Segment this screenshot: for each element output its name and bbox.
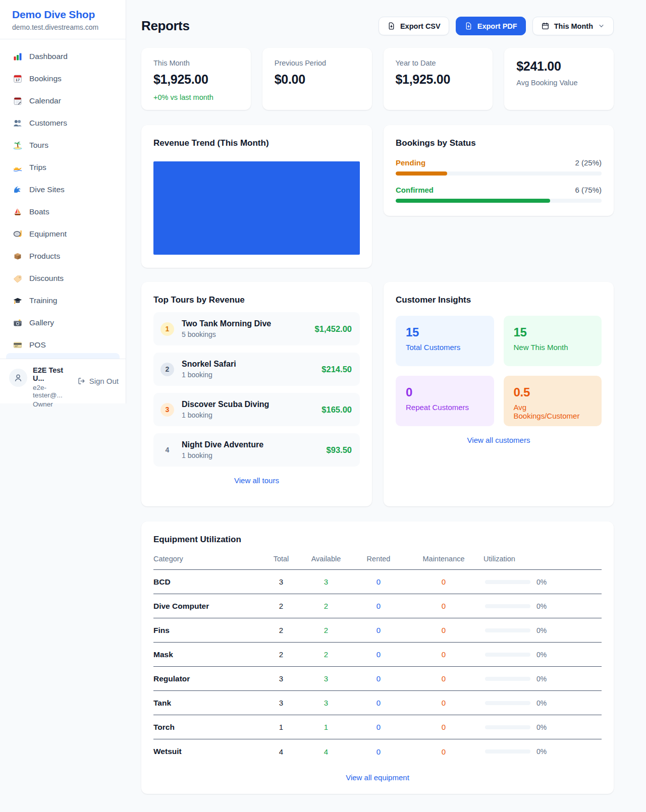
stat-card: Previous Period $0.00: [262, 48, 372, 110]
bookings-by-status-card: Bookings by Status Pending 2 (25%) Confi…: [384, 125, 614, 216]
equipment-total: 3: [263, 674, 299, 683]
equipment-rented: 0: [353, 747, 404, 756]
shop-name: Demo Dive Shop: [12, 9, 114, 21]
sidebar-item-label: Discounts: [29, 274, 64, 283]
sidebar: Demo Dive Shop demo.test.divestreams.com…: [0, 0, 126, 403]
revenue-trend-chart: [153, 161, 360, 255]
utilization-bar: [485, 677, 530, 681]
tour-text: Snorkel Safari 1 booking: [182, 360, 236, 379]
stat-label: Avg Booking Value: [516, 79, 602, 87]
sidebar-item-label: Dashboard: [29, 52, 68, 61]
utilization-cell: 0%: [483, 723, 602, 731]
tour-bookings: 1 booking: [182, 371, 236, 379]
sidebar-item-calendar[interactable]: Calendar: [6, 92, 120, 110]
sidebar-item-trips[interactable]: Trips: [6, 158, 120, 177]
sidebar-item-discounts[interactable]: Discounts: [6, 269, 120, 287]
utilization-cell: 0%: [483, 699, 602, 707]
table-row: Wetsuit 4 4 0 0 0%: [153, 739, 602, 764]
equipment-rented: 0: [353, 699, 404, 707]
utilization-cell: 0%: [483, 578, 602, 586]
tour-name: Night Dive Adventure: [182, 440, 263, 449]
utilization-cell: 0%: [483, 675, 602, 683]
stat-delta: +0% vs last month: [153, 93, 239, 101]
sidebar-item-label: Bookings: [29, 74, 62, 83]
view-all-equipment-link[interactable]: View all equipment: [153, 773, 602, 782]
stats-row: This Month $1,925.00 +0% vs last month P…: [141, 48, 614, 110]
status-row: Confirmed 6 (75%): [396, 186, 602, 203]
user-name: E2E Test U...: [33, 366, 72, 382]
equipment-category: Wetsuit: [153, 747, 263, 756]
utilization-cell: 0%: [483, 602, 602, 610]
dive-sites-icon: [13, 185, 23, 195]
stat-card: Year to Date $1,925.00: [384, 48, 493, 110]
export-pdf-button[interactable]: Export PDF: [456, 17, 526, 35]
equipment-rented: 0: [353, 723, 404, 731]
header-actions: Export CSV Export PDF This Month: [379, 17, 614, 35]
sidebar-item-bookings[interactable]: 17 Bookings: [6, 70, 120, 88]
utilization-percent: 0%: [536, 723, 547, 731]
insight-tile: 0 Repeat Customers: [396, 376, 494, 426]
utilization-cell: 0%: [483, 651, 602, 659]
sidebar-item-equipment[interactable]: Equipment: [6, 225, 120, 243]
sidebar-item-gallery[interactable]: Gallery: [6, 314, 120, 332]
table-row: Mask 2 2 0 0 0%: [153, 643, 602, 667]
stat-card: Avg Booking Value $241.00: [504, 48, 614, 110]
table-row: BCD 3 3 0 0 0%: [153, 570, 602, 594]
stat-value: $241.00: [516, 59, 602, 74]
period-select[interactable]: This Month: [532, 17, 614, 35]
sidebar-item-dashboard[interactable]: Dashboard: [6, 47, 120, 66]
insight-tile: 15 Total Customers: [396, 316, 494, 366]
sidebar-item-training[interactable]: Training: [6, 292, 120, 310]
utilization-bar: [485, 725, 530, 729]
equipment-total: 4: [263, 747, 299, 756]
equipment-category: BCD: [153, 577, 263, 587]
logout-icon: [77, 377, 86, 385]
sidebar-item-tours[interactable]: Tours: [6, 136, 120, 154]
pos-icon: [13, 340, 23, 350]
equipment-total: 2: [263, 602, 299, 610]
tour-name: Discover Scuba Diving: [182, 400, 269, 409]
equipment-total: 2: [263, 626, 299, 634]
sidebar-item-pos[interactable]: POS: [6, 336, 120, 354]
revenue-trend-title: Revenue Trend (This Month): [153, 138, 360, 148]
equipment-category: Tank: [153, 699, 263, 708]
table-row: Tank 3 3 0 0 0%: [153, 691, 602, 715]
utilization-bar: [485, 701, 530, 705]
export-csv-button[interactable]: Export CSV: [379, 17, 449, 35]
sidebar-item-label: Boats: [29, 207, 49, 216]
equipment-total: 3: [263, 699, 299, 707]
rank-badge: 3: [160, 403, 174, 417]
status-bar-track: [396, 171, 602, 176]
tour-amount: $165.00: [321, 405, 352, 415]
page-title: Reports: [141, 18, 189, 34]
view-all-customers-link[interactable]: View all customers: [396, 436, 602, 444]
status-rows: Pending 2 (25%) Confirmed 6 (75%): [396, 158, 602, 203]
view-all-tours-link[interactable]: View all tours: [153, 476, 360, 485]
tour-amount: $93.50: [327, 445, 352, 455]
tour-name: Snorkel Safari: [182, 360, 236, 369]
equipment-total: 3: [263, 577, 299, 586]
sign-out-button[interactable]: Sign Out: [77, 377, 119, 385]
column-header-available: Available: [299, 555, 353, 563]
sidebar-item-label: POS: [29, 340, 46, 350]
tour-bookings: 1 booking: [182, 451, 263, 459]
sidebar-item-products[interactable]: Products: [6, 247, 120, 265]
tile-label: Avg Bookings/Customer: [514, 403, 592, 420]
sidebar-item-dive-sites[interactable]: Dive Sites: [6, 181, 120, 199]
user-section: E2E Test U... e2e-tester@... Owner Sign …: [0, 359, 126, 403]
sidebar-item-label: Training: [29, 296, 57, 305]
stat-label: Previous Period: [275, 59, 360, 67]
equipment-rented: 0: [353, 602, 404, 610]
sidebar-item-customers[interactable]: Customers: [6, 114, 120, 132]
tour-amount: $214.50: [321, 365, 352, 374]
tour-bookings: 5 bookings: [182, 330, 271, 338]
export-csv-label: Export CSV: [400, 22, 441, 30]
equipment-total: 1: [263, 723, 299, 731]
sidebar-item-boats[interactable]: Boats: [6, 203, 120, 221]
tour-amount: $1,452.00: [315, 324, 352, 334]
equipment-table: Category Total Available Rented Maintena…: [153, 555, 602, 764]
status-label: Confirmed: [396, 186, 434, 194]
tile-value: 15: [514, 325, 592, 339]
boats-icon: [13, 207, 23, 217]
rank-badge: 2: [160, 363, 174, 376]
